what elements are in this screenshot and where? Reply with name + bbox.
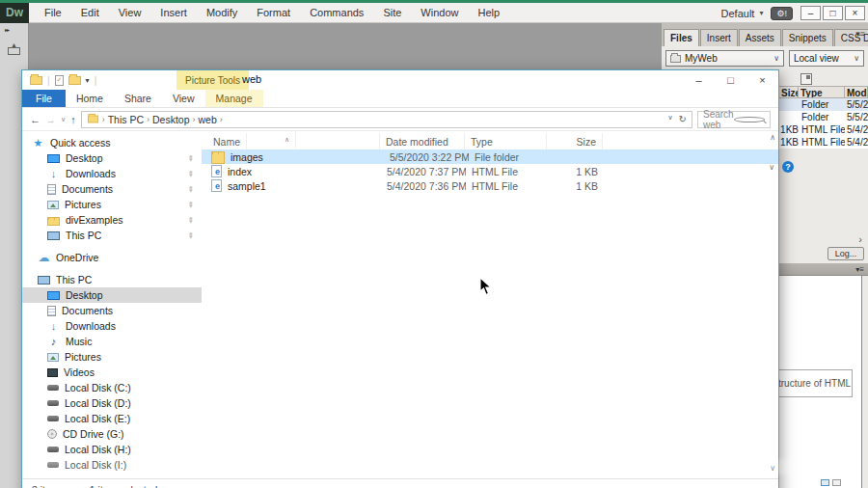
recent-locations-icon[interactable]: ∨ [61,116,66,123]
dw-menu-item[interactable]: Commands [300,4,373,21]
sidebar-item-icon [47,169,60,179]
workspace-selector[interactable]: Default ▾ [721,8,764,19]
size-column-header[interactable]: Size [547,133,603,149]
panel-tab[interactable]: Files [664,29,699,46]
explorer-close-button[interactable]: × [746,70,778,90]
file-row[interactable]: index 5/4/2020 7:37 PM HTML File 1 KB [202,164,778,178]
sidebar-item-icon [38,276,50,285]
breadcrumb-item[interactable]: This PC › [108,114,149,125]
sidebar-item[interactable]: divExamples ✎ [22,212,202,228]
sidebar-item[interactable]: CD Drive (G:) ✎ [22,426,202,442]
search-icon [734,117,765,122]
name-column-header[interactable]: Name ∧ [202,133,380,149]
chevron-down-icon: ∨ [773,54,779,63]
sidebar-item[interactable]: This PC ✎ [22,228,202,243]
dw-menu-item[interactable]: Insert [150,4,197,21]
sidebar-item[interactable]: Desktop ✎ [22,287,202,303]
sidebar-item[interactable]: This PC ✎ [22,272,202,287]
location-folder-icon [88,116,98,123]
dw-minimize-button[interactable]: – [800,6,821,20]
breadcrumb-item[interactable]: Desktop › [152,114,196,125]
sidebar-item[interactable]: Local Disk (H:) ✎ [22,442,202,457]
size-column-header[interactable]: Size [779,87,799,97]
sidebar-item[interactable]: Pictures ✎ [22,349,202,365]
dw-close-button[interactable]: × [845,6,865,20]
explorer-sidebar: Quick access ✎ Desktop ✎ Downloads ✎ Doc… [22,131,202,478]
address-dropdown-icon[interactable]: ∨ [667,114,672,124]
expand-panel-icon[interactable] [800,73,812,85]
ribbon-tab[interactable]: File [22,90,66,107]
properties-icon[interactable] [55,75,64,86]
dw-insert-tool-icon[interactable]: ▲ [7,42,22,55]
view-select[interactable]: Local view ∨ [789,50,864,67]
date-column-header[interactable]: Date modified [380,133,465,149]
ribbon-tab[interactable]: View [162,90,205,107]
window-title: web [242,73,261,85]
panel-tab[interactable]: Assets [739,29,781,46]
sidebar-item[interactable]: Local Disk (D:) ✎ [22,395,202,411]
site-select[interactable]: MyWeb ∨ [665,50,784,67]
dw-menu-item[interactable]: File [35,4,71,21]
sidebar-item[interactable]: Downloads ✎ [22,166,202,181]
sidebar-item[interactable]: Music ✎ [22,334,202,349]
dw-logo: Dw [0,3,29,23]
file-row[interactable]: images 5/5/2020 3:22 PM File folder [202,149,778,164]
ribbon-tab[interactable]: Share [114,90,162,107]
panel-tab-bar: FilesInsertAssetsSnippetsCSS Designer [662,23,868,46]
folder-icon[interactable] [30,76,42,85]
panel-menu-icon[interactable]: ▾≡ [855,29,865,39]
back-icon[interactable]: ← [30,114,41,125]
sidebar-item[interactable]: Local Disk (C:) ✎ [22,380,202,395]
search-input[interactable]: Search web [697,111,771,128]
dw-menu-item[interactable]: Help [468,4,509,21]
collapse-panel-icon[interactable]: ▸▸ [0,23,28,33]
refresh-icon[interactable]: ↻ [679,114,687,124]
forward-icon[interactable]: → [45,114,56,125]
sidebar-item[interactable]: OneDrive ✎ [22,250,202,265]
sidebar-item[interactable]: Desktop ✎ [22,150,202,166]
sidebar-item[interactable]: Documents ✎ [22,303,202,318]
pin-icon: ✎ [185,168,196,178]
address-bar[interactable]: › This PC › Desktop › web › ∨ [81,111,692,128]
ribbon-collapse-icon[interactable]: ∨ [769,163,774,172]
pin-icon: ✎ [185,214,196,225]
type-column-header[interactable]: Type [799,87,845,97]
sidebar-item[interactable]: Downloads ✎ [22,318,202,334]
sidebar-item[interactable]: Pictures ✎ [22,197,202,212]
dw-menu-item[interactable]: Window [411,4,468,21]
gear-notification-icon[interactable]: ⚙! [771,7,793,20]
panel-tab[interactable]: Snippets [782,29,833,46]
sidebar-item[interactable]: Local Disk (I:) ✎ [22,457,202,473]
log-button[interactable]: Log... [827,247,864,260]
type-column-header[interactable]: Type [465,133,547,149]
explorer-minimize-button[interactable]: – [683,70,715,90]
sidebar-item[interactable]: Documents ✎ [22,181,202,197]
view-toggle-icon[interactable] [832,479,841,486]
sidebar-item[interactable]: Quick access ✎ [22,135,202,150]
dw-maximize-button[interactable]: □ [823,6,843,20]
sidebar-item-icon [47,447,59,452]
up-icon[interactable]: ↑ [70,114,76,125]
panel-expand-chevron[interactable]: › [858,233,862,245]
dw-menu-item[interactable]: Site [373,4,411,21]
ribbon-tab-bar: FileHomeShareViewManage [22,90,778,108]
dw-menu-item[interactable]: Edit [71,4,109,21]
ribbon-tab[interactable]: Home [66,90,114,107]
customize-qat-icon[interactable]: ▾ [86,76,90,85]
panel-tab[interactable]: Insert [700,29,738,46]
help-icon[interactable]: ? [782,161,794,173]
explorer-maximize-button[interactable]: □ [715,70,746,90]
ribbon-tab[interactable]: Manage [205,90,263,107]
new-folder-icon[interactable] [68,76,81,85]
file-row[interactable]: sample1 5/4/2020 7:36 PM HTML File 1 KB [202,178,778,193]
section-menu-icon[interactable]: ▾≡ [855,265,864,274]
modified-column-header[interactable]: Modified [845,87,868,97]
sidebar-item[interactable]: Videos ✎ [22,365,202,380]
sidebar-scroll-down-icon[interactable]: ∨ [770,464,775,473]
dw-menu-item[interactable]: Modify [197,4,247,21]
sidebar-item[interactable]: Local Disk (E:) ✎ [22,411,202,426]
dw-menu-item[interactable]: View [109,4,151,21]
view-toggle-icon[interactable] [821,479,829,486]
breadcrumb-item[interactable]: web › [199,114,223,125]
dw-menu-item[interactable]: Format [247,4,300,21]
